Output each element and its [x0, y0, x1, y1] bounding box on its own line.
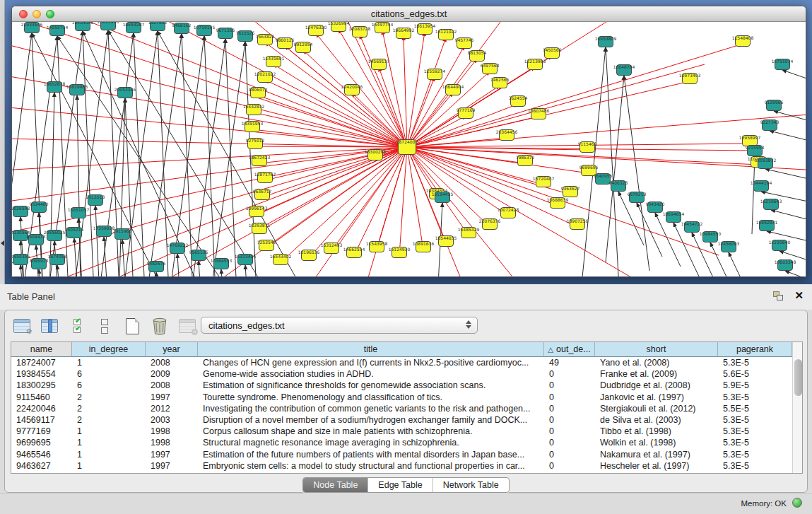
network-graph-canvas[interactable]: 1872400718300295193845547663822986012589… [12, 22, 806, 277]
tab-network-table[interactable]: Network Table [433, 478, 509, 492]
graph-node[interactable]: 16644904 [442, 84, 464, 95]
zoom-window-icon[interactable] [46, 10, 54, 18]
graph-node[interactable]: 15121022 [435, 29, 457, 40]
select-all-button[interactable] [67, 317, 87, 335]
graph-node[interactable]: 14769222 [167, 243, 189, 254]
graph-node[interactable]: 11431691 [263, 56, 285, 67]
graph-node[interactable]: 9043420 [646, 201, 665, 213]
graph-node[interactable]: 7986372 [516, 155, 535, 166]
graph-node[interactable]: 10996143 [246, 206, 268, 217]
graph-node[interactable]: 12559274 [424, 69, 446, 80]
graph-node[interactable]: 18852878 [44, 81, 66, 93]
graph-node[interactable]: 15751074 [772, 59, 794, 70]
graph-node[interactable]: 22420046 [341, 84, 363, 95]
graph-node[interactable]: 15124930 [389, 247, 411, 258]
graph-node[interactable]: 9275012 [246, 138, 265, 149]
table-row[interactable]: 946362711997Embryonic stem cells: a mode… [11, 460, 792, 472]
table-row[interactable]: 1830029562008Estimation of significance … [11, 380, 792, 391]
graph-node[interactable]: 9671355 [216, 28, 235, 39]
graph-node[interactable]: 1674053 [48, 254, 67, 265]
graph-node[interactable]: 7253540 [257, 240, 276, 251]
graph-node[interactable]: 20053346 [114, 87, 136, 98]
graph-node[interactable]: 2026593 [12, 206, 30, 217]
graph-node[interactable]: 10973493 [679, 73, 701, 84]
graph-node[interactable]: 20891406 [98, 22, 119, 30]
delete-rows-button[interactable] [150, 317, 170, 335]
graph-node[interactable]: 15829985 [66, 84, 88, 95]
graph-node[interactable]: 12476320 [305, 25, 327, 36]
table-row[interactable]: 1938455462009Genome-wide association stu… [11, 368, 792, 380]
graph-node[interactable]: 14569117 [368, 59, 390, 70]
graph-node[interactable]: 7663822 [256, 34, 275, 45]
graph-node[interactable]: 12871767 [254, 172, 276, 183]
graph-node[interactable]: 15154455 [432, 192, 454, 203]
column-header-out_de[interactable]: △out_de... [544, 342, 595, 357]
close-window-icon[interactable] [19, 10, 28, 18]
graph-node[interactable]: 16648784 [613, 64, 635, 76]
graph-node[interactable]: 15326994 [328, 22, 350, 32]
graph-node[interactable]: 15485429 [458, 227, 480, 238]
graph-node[interactable]: 21933546 [21, 22, 43, 33]
graph-node[interactable]: 11543958 [366, 241, 388, 252]
graph-node[interactable]: 16323405 [235, 254, 257, 265]
graph-node[interactable]: 12093872 [755, 158, 777, 169]
graph-node[interactable]: 22083728 [349, 26, 371, 37]
window-titlebar[interactable]: citations_edges.txt [12, 6, 806, 22]
graph-node[interactable]: 12210640 [769, 240, 791, 251]
graph-node[interactable]: 22076376 [479, 218, 501, 230]
graph-node[interactable]: 1505215 [65, 227, 84, 238]
graph-node[interactable]: 19664992 [393, 28, 415, 39]
graph-node[interactable]: 18907256 [567, 218, 589, 230]
graph-node[interactable]: 10603348 [775, 259, 796, 271]
graph-node[interactable]: 9227343 [760, 119, 779, 131]
graph-node[interactable]: 15312493 [321, 243, 343, 254]
graph-node[interactable]: 9777169 [457, 107, 476, 119]
graph-node[interactable]: 18393871 [249, 223, 271, 234]
graph-node[interactable]: 6679213 [628, 192, 647, 203]
graph-node[interactable]: 18391953 [242, 121, 264, 132]
column-header-short[interactable]: short [595, 342, 718, 357]
graph-node[interactable]: 10688639 [547, 197, 569, 209]
graph-node[interactable]: 1527602 [148, 22, 167, 31]
graph-node[interactable]: 12213983 [524, 59, 546, 70]
table-row[interactable]: 946554611997Estimation of the future num… [11, 449, 792, 460]
graph-node[interactable]: 8912954 [294, 42, 313, 53]
column-header-name[interactable]: name [11, 342, 72, 357]
graph-node[interactable]: 15992931 [756, 220, 778, 231]
float-panel-icon[interactable] [773, 291, 784, 301]
table-row[interactable]: 1872400712008Changes of HCN gene express… [11, 357, 792, 368]
graph-node[interactable]: 8813054 [468, 50, 487, 62]
graph-node[interactable]: 18613954 [414, 23, 436, 35]
graph-node[interactable]: 20556025 [44, 230, 66, 241]
graph-node[interactable]: 15720407 [533, 176, 555, 187]
graph-node[interactable]: 9565136 [189, 250, 208, 261]
graph-node[interactable]: 16210643 [760, 199, 782, 210]
graph-node[interactable]: 16543402 [270, 254, 292, 265]
network-view-window[interactable]: citations_edges.txt 18724007183002951938… [11, 6, 806, 277]
graph-node[interactable]: 9806074 [249, 87, 268, 98]
graph-node[interactable]: 15051057 [68, 207, 90, 218]
graph-node[interactable]: 10891636 [413, 241, 435, 252]
graph-node[interactable]: 3624554 [509, 95, 528, 107]
graph-node[interactable]: 9115460 [578, 141, 597, 153]
table-row[interactable]: 1456911722003Disruption of a novel membe… [11, 414, 792, 426]
graph-node[interactable]: 12456093 [718, 241, 740, 252]
graph-node[interactable]: 11548408 [732, 35, 754, 47]
graph-node[interactable]: 9860125 [276, 37, 295, 49]
tab-node-table[interactable]: Node Table [303, 478, 367, 492]
graph-node[interactable]: 9215953 [746, 145, 765, 156]
graph-node[interactable]: 8509413 [27, 234, 46, 245]
table-row[interactable]: 977716911998Corpus callosum shape and si… [11, 426, 792, 437]
graph-node[interactable]: 10653287 [123, 22, 145, 33]
graph-node[interactable]: 18724007 [396, 139, 418, 155]
graph-node[interactable]: 18672423 [249, 155, 271, 166]
graph-node[interactable]: 10807486 [528, 108, 550, 119]
left-collapse-strip[interactable] [0, 0, 5, 284]
graph-node[interactable]: 10364553 [211, 258, 233, 269]
graph-node[interactable]: 6497568 [481, 63, 500, 74]
graph-node[interactable]: 2013513 [86, 194, 105, 206]
graph-node[interactable]: 7950356 [12, 254, 30, 265]
graph-node[interactable]: 3915968 [113, 228, 132, 240]
graph-node[interactable]: 16497754 [372, 22, 394, 33]
graph-node[interactable]: 9457745 [455, 37, 474, 49]
